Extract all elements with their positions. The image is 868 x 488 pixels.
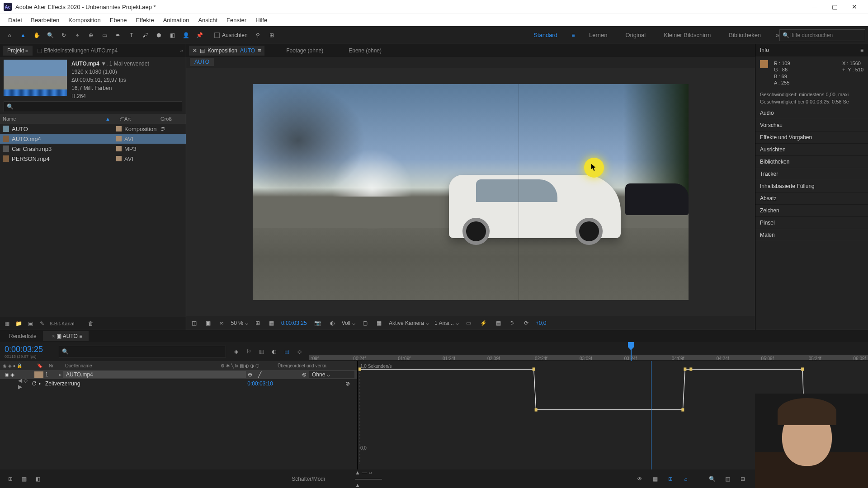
menu-datei[interactable]: Datei <box>4 15 26 25</box>
resolution-select[interactable]: Voll ⌵ <box>342 320 355 326</box>
viewer-timecode[interactable]: 0:00:03:25 <box>281 320 307 326</box>
frame-blend-icon[interactable]: ▥ <box>257 347 266 356</box>
alpha-icon[interactable]: ◫ <box>190 319 198 327</box>
interpret-icon[interactable]: ▦ <box>3 319 11 328</box>
channels-icon[interactable]: ◐ <box>328 319 336 327</box>
info-panel-header[interactable]: Info≡ <box>755 44 868 56</box>
workspace-kleiner[interactable]: Kleiner Bildschirm <box>657 29 717 41</box>
align-checkbox[interactable]: Ausrichten <box>214 32 248 38</box>
list-item[interactable]: AUTO.mp4AVI <box>0 134 186 144</box>
new-comp-icon[interactable]: ▣ <box>26 319 34 328</box>
grid-toggle-icon[interactable]: ⊞ <box>254 319 262 327</box>
menu-hilfe[interactable]: Hilfe <box>251 15 272 25</box>
menu-komposition[interactable]: Komposition <box>64 15 105 25</box>
graph-editor-icon[interactable]: ▤ <box>282 347 291 356</box>
eye-icon[interactable]: 👁 <box>634 474 645 484</box>
sort-icon[interactable]: ▲ <box>105 116 110 122</box>
edit-value-icon[interactable]: ⊟ <box>737 474 748 484</box>
workspace-bibliotheken[interactable]: Bibliotheken <box>722 29 767 41</box>
workspace-overflow[interactable]: » <box>775 31 779 39</box>
puppet-tool[interactable]: 📌 <box>193 29 205 41</box>
grid-icon[interactable]: ⊞ <box>266 29 278 41</box>
frame-blend2-icon[interactable]: ▥ <box>19 474 29 484</box>
views-select[interactable]: 1 Ansi... ⌵ <box>434 320 459 326</box>
home-icon[interactable]: ⌂ <box>4 29 15 41</box>
maximize-button[interactable]: ▢ <box>825 0 844 14</box>
tab-footage[interactable]: Footage (ohne) <box>283 46 327 56</box>
property-row[interactable]: ◀ ◇ ▶ ⏱ ▸ Zeitverzerrung 0:00:03:10 ⊚ <box>0 379 357 388</box>
list-item[interactable]: AUTOKomposition⚞ <box>0 124 186 134</box>
tab-renderliste[interactable]: Renderliste <box>3 331 43 341</box>
menu-ansicht[interactable]: Ansicht <box>193 15 222 25</box>
snapshot-icon[interactable]: 📷 <box>312 319 323 327</box>
footage-thumbnail[interactable] <box>4 60 67 96</box>
timeline-icon[interactable]: ▤ <box>494 319 503 327</box>
hand-tool[interactable]: ✋ <box>31 29 42 41</box>
workspace-lernen[interactable]: Lernen <box>583 29 613 41</box>
list-item[interactable]: PERSON.mp4AVI <box>0 154 186 164</box>
workspace-standard[interactable]: Standard <box>527 29 564 41</box>
comp-breadcrumb[interactable]: AUTO <box>190 58 214 66</box>
tab-close-icon[interactable]: × <box>52 333 55 339</box>
rotate-tool[interactable]: ⌖ <box>71 29 83 41</box>
trash-icon[interactable]: 🗑 <box>87 319 95 328</box>
panel-fuellung[interactable]: Inhaltsbasierte Füllung <box>755 180 868 192</box>
panel-tracker[interactable]: Tracker <box>755 168 868 180</box>
autozoom-icon[interactable]: ⊞ <box>665 474 676 484</box>
anchor-tool[interactable]: ⊕ <box>85 29 97 41</box>
panel-malen[interactable]: Malen <box>755 229 868 241</box>
tab-ebene[interactable]: Ebene (ohne) <box>345 46 385 56</box>
timeline-ruler[interactable]: :09f 00:24f 01:09f 01:24f 02:09f 02:24f … <box>309 342 868 361</box>
fit-icon[interactable]: ⌂ <box>680 474 691 484</box>
zoom-select[interactable]: 50 % ⌵ <box>231 320 248 326</box>
help-search-input[interactable] <box>789 32 862 38</box>
property-value[interactable]: 0:00:03:10 <box>247 380 273 387</box>
brainstorm-icon[interactable]: ◇ <box>295 347 304 356</box>
workspace-menu-icon[interactable]: ≡ <box>567 29 579 41</box>
reset-exposure-icon[interactable]: ⟳ <box>522 319 530 327</box>
new-folder-icon[interactable]: 📁 <box>14 319 23 328</box>
graph-editor[interactable]: 1,0 Sekunden/s 0,0 <box>357 361 868 469</box>
dropdown-icon[interactable]: ▼ <box>101 61 106 67</box>
menu-ebene[interactable]: Ebene <box>105 15 132 25</box>
comp-mini-icon[interactable]: ◈ <box>231 347 241 356</box>
mask-icon[interactable]: ▣ <box>204 319 212 327</box>
text-tool[interactable]: T <box>126 29 137 41</box>
panel-vorschau[interactable]: Vorschau <box>755 119 868 131</box>
panel-effekte[interactable]: Effekte und Vorgaben <box>755 131 868 144</box>
pan-icon[interactable]: 🔍 <box>707 474 717 484</box>
pixel-aspect-icon[interactable]: ▭ <box>464 319 473 327</box>
close-button[interactable]: ✕ <box>844 0 864 14</box>
menu-effekte[interactable]: Effekte <box>131 15 158 25</box>
pen-tool[interactable]: ✒ <box>112 29 124 41</box>
panel-pinsel[interactable]: Pinsel <box>755 217 868 229</box>
fast-preview-icon[interactable]: ⚡ <box>478 319 489 327</box>
project-columns-header[interactable]: Name ▲ 🏷 Art Größ <box>0 114 186 124</box>
timeline-search[interactable]: 🔍 <box>59 346 226 357</box>
eraser-tool[interactable]: ◧ <box>166 29 178 41</box>
panel-absatz[interactable]: Absatz <box>755 192 868 205</box>
menu-animation[interactable]: Animation <box>159 15 194 25</box>
bitdepth-label[interactable]: 8-Bit-Kanal <box>50 321 74 326</box>
tab-menu-icon[interactable]: ≡ <box>258 47 261 54</box>
flowchart2-icon[interactable]: ⚞ <box>508 319 517 327</box>
brush-tool[interactable]: 🖌 <box>139 29 151 41</box>
parent-dropdown[interactable]: Ohne ⌵ <box>309 371 354 378</box>
roi-icon[interactable]: ▢ <box>361 319 369 327</box>
snap-kf-icon[interactable]: ▦ <box>650 474 660 484</box>
camera-select[interactable]: Aktive Kamera ⌵ <box>389 320 429 326</box>
current-timecode[interactable]: 0:00:03:25 00115 (29.97 fps) <box>0 345 59 359</box>
stamp-tool[interactable]: ⬢ <box>153 29 165 41</box>
workspace-original[interactable]: Original <box>619 29 652 41</box>
panel-ausrichten[interactable]: Ausrichten <box>755 144 868 156</box>
zoom-scroll[interactable]: ▲ — ○ ————— ▲ <box>363 474 374 484</box>
layer-row[interactable]: ◉ ◈ 1 ▸ AUTO.mp4 ⊕ ╱ ⊚ Ohne ⌵ <box>0 370 357 379</box>
roto-tool[interactable]: 👤 <box>180 29 192 41</box>
shy-icon[interactable]: ⚐ <box>244 347 253 356</box>
motion-blur-icon[interactable]: ◐ <box>269 347 278 356</box>
3d-icon[interactable]: ∞ <box>218 319 226 327</box>
panel-overflow-icon[interactable]: » <box>180 47 183 54</box>
flowchart-icon[interactable]: ⚞ <box>160 126 183 132</box>
menu-fenster[interactable]: Fenster <box>222 15 251 25</box>
tab-komposition[interactable]: ✕ ▤ Komposition AUTO ≡ <box>189 46 264 56</box>
